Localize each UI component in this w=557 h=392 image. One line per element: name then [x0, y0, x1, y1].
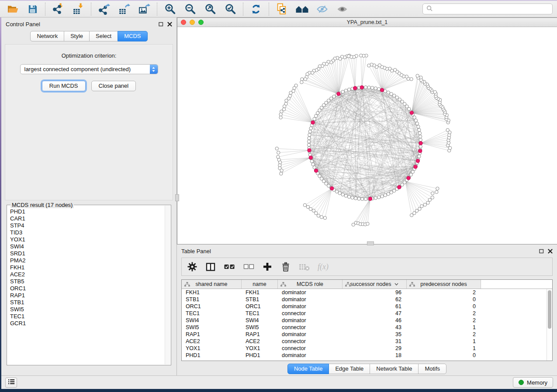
- tab-network-table[interactable]: Network Table: [370, 364, 419, 374]
- mcds-result-item[interactable]: SWI5: [10, 306, 164, 313]
- save-session-button[interactable]: [24, 2, 40, 16]
- table-settings-button[interactable]: [187, 261, 197, 273]
- mcds-result-item[interactable]: FKH1: [10, 264, 164, 271]
- tab-style[interactable]: Style: [64, 31, 90, 41]
- cell-shared_name: SWI4: [182, 317, 242, 323]
- table-scrollbar[interactable]: [547, 289, 552, 361]
- zoom-in-button[interactable]: [162, 2, 178, 16]
- table-row[interactable]: ORC1ORC1dominator610: [182, 303, 552, 310]
- mcds-result-item[interactable]: SWI4: [10, 243, 164, 250]
- close-panel-icon[interactable]: [167, 22, 172, 27]
- cell-name: ACE2: [242, 338, 278, 344]
- table-row[interactable]: TEC1TEC1connector472: [182, 310, 552, 317]
- mcds-result-item[interactable]: ACE2: [10, 271, 164, 278]
- add-column-button[interactable]: [262, 261, 273, 273]
- mcds-result-item[interactable]: STB1: [10, 299, 164, 306]
- column-header-predecessor-nodes[interactable]: predecessor nodes: [407, 280, 481, 289]
- table-row[interactable]: SWI4SWI4dominator462: [182, 317, 552, 324]
- cell-predecessor_nodes: 2: [407, 289, 481, 296]
- column-header-label: shared name: [196, 281, 228, 287]
- table-panel-tabs: Node TableEdge TableNetwork TableMotifs: [177, 364, 557, 374]
- network-canvas[interactable]: [177, 27, 557, 244]
- table-row[interactable]: SWI5SWI5connector431: [182, 324, 552, 331]
- task-history-button[interactable]: [5, 378, 17, 388]
- duplicate-network-button[interactable]: [274, 2, 290, 16]
- memory-button[interactable]: Memory: [513, 377, 553, 388]
- cell-mcds_role: dominator: [278, 303, 343, 309]
- table-row[interactable]: FKH1FKH1dominator962: [182, 289, 552, 296]
- control-panel-title: Control Panel: [6, 21, 40, 28]
- run-mcds-button[interactable]: Run MCDS: [42, 81, 86, 91]
- horizontal-splitter-grip[interactable]: [367, 241, 374, 245]
- table-row[interactable]: YOX1YOX1connector291: [182, 345, 552, 352]
- float-panel-icon[interactable]: [539, 249, 544, 254]
- table-panel-title: Table Panel: [181, 248, 211, 254]
- mcds-result-item[interactable]: YOX1: [10, 236, 164, 243]
- table-row[interactable]: PHD1PHD1dominator180: [182, 352, 552, 359]
- table-row[interactable]: STB1STB1dominator620: [182, 296, 552, 303]
- split-panel-icon: [206, 262, 215, 272]
- toolbar-separator: [157, 3, 157, 16]
- delete-column-button[interactable]: [280, 261, 291, 273]
- right-column: YPA_prune.txt_1 Table Panel f(x): [177, 17, 557, 375]
- column-header-label: predecessor nodes: [420, 281, 467, 287]
- toolbar-separator: [45, 3, 45, 16]
- tab-node-table[interactable]: Node Table: [287, 364, 329, 374]
- cell-name: YOX1: [242, 345, 278, 351]
- zoom-fit-button[interactable]: [202, 2, 218, 16]
- close-panel-button[interactable]: Close panel: [91, 81, 136, 91]
- mcds-result-item[interactable]: ORC1: [10, 285, 164, 292]
- column-type-icon: [184, 282, 190, 288]
- split-panel-button[interactable]: [205, 261, 216, 273]
- tab-network[interactable]: Network: [30, 31, 64, 41]
- import-network-button[interactable]: [50, 2, 66, 16]
- refresh-layout-button[interactable]: [248, 2, 264, 16]
- show-all-button[interactable]: [334, 2, 350, 16]
- table-row[interactable]: RAP1RAP1dominator352: [182, 331, 552, 338]
- mcds-result-item[interactable]: GCR1: [10, 320, 164, 327]
- export-image-icon: [138, 3, 150, 15]
- open-file-button[interactable]: [4, 2, 20, 16]
- zoom-selected-button[interactable]: [222, 2, 238, 16]
- add-column-icon: [263, 262, 272, 271]
- mcds-result-item[interactable]: CAR1: [10, 215, 164, 222]
- network-window-titlebar[interactable]: YPA_prune.txt_1: [177, 18, 557, 27]
- column-header-MCDS-role[interactable]: MCDS role: [278, 280, 343, 289]
- column-header-name[interactable]: name: [242, 280, 278, 289]
- select-all-checkboxes-button[interactable]: [224, 261, 235, 273]
- mcds-result-list[interactable]: PHD1CAR1STP4TID3YOX1SWI4SRD1PMA2FKH1ACE2…: [7, 206, 164, 364]
- tab-mcds[interactable]: MCDS: [118, 31, 147, 41]
- deselect-all-checkboxes-button[interactable]: [243, 261, 254, 273]
- column-header-successor-nodes[interactable]: successor nodes: [343, 280, 407, 289]
- mcds-result-item[interactable]: STP4: [10, 222, 164, 229]
- mcds-result-item[interactable]: PHD1: [10, 208, 164, 215]
- mcds-result-item[interactable]: TEC1: [10, 313, 164, 320]
- export-network-button[interactable]: [96, 2, 112, 16]
- cell-name: TEC1: [242, 310, 278, 316]
- search-input[interactable]: [436, 6, 549, 12]
- mcds-result-item[interactable]: STB5: [10, 278, 164, 285]
- network-graph-svg: [177, 27, 556, 243]
- tab-select[interactable]: Select: [89, 31, 118, 41]
- float-panel-icon[interactable]: [159, 22, 163, 27]
- table-row[interactable]: ACE2ACE2connector311: [182, 338, 552, 345]
- mcds-list-scrollbar[interactable]: [165, 206, 170, 364]
- mcds-result-item[interactable]: SRD1: [10, 250, 164, 257]
- optimization-criterion-dropdown[interactable]: largest connected component (undirected): [20, 64, 158, 74]
- mcds-result-item[interactable]: RAP1: [10, 292, 164, 299]
- export-table-button[interactable]: [116, 2, 132, 16]
- vertical-splitter-grip[interactable]: [175, 194, 179, 201]
- tab-edge-table[interactable]: Edge Table: [329, 364, 370, 374]
- first-neighbors-button[interactable]: [294, 2, 310, 16]
- tab-motifs[interactable]: Motifs: [418, 364, 446, 374]
- column-header-shared-name[interactable]: shared name: [182, 280, 242, 289]
- mcds-result-item[interactable]: PMA2: [10, 257, 164, 264]
- table-scrollbar-thumb[interactable]: [548, 290, 551, 329]
- search-box[interactable]: [422, 3, 553, 14]
- import-table-button[interactable]: [70, 2, 86, 16]
- mcds-result-item[interactable]: TID3: [10, 229, 164, 236]
- zoom-out-button[interactable]: [182, 2, 198, 16]
- close-panel-icon[interactable]: [548, 249, 553, 254]
- export-image-button[interactable]: [136, 2, 152, 16]
- hide-selected-button[interactable]: [314, 2, 330, 16]
